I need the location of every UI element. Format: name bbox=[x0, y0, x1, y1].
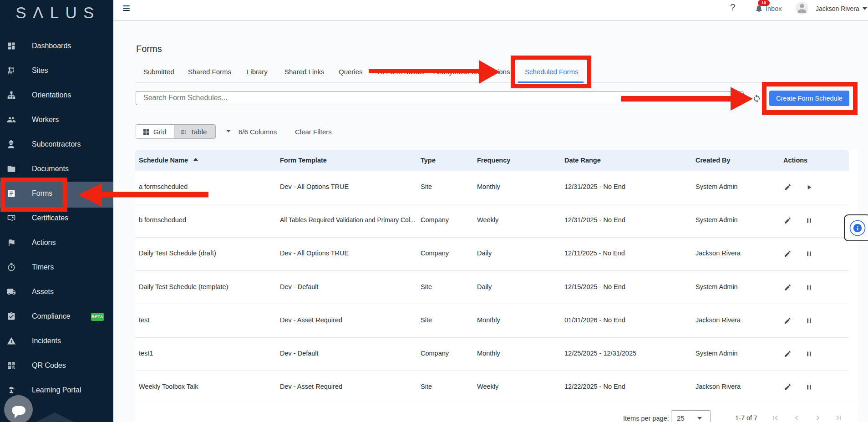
svg-text:i: i bbox=[857, 225, 858, 232]
